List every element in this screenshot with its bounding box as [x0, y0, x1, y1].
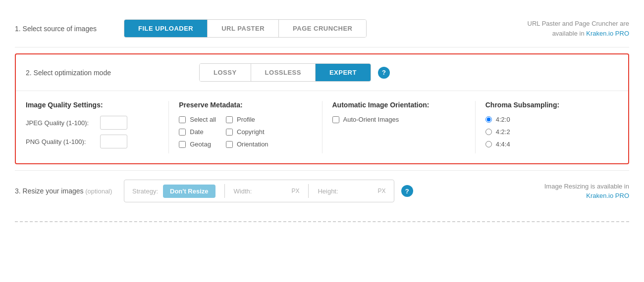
checkbox-copyright[interactable]: Copyright [226, 128, 268, 136]
section-3-row: 3. Resize your images (optional) Strateg… [15, 170, 629, 211]
kraken-pro-link-1[interactable]: Kraken.io PRO [586, 30, 629, 37]
png-quality-row: PNG Quality (1-100): [26, 135, 159, 148]
png-quality-label: PNG Quality (1-100): [26, 138, 100, 145]
section-3-label: 3. Resize your images (optional) [15, 187, 124, 195]
quality-settings-section: Image Quality Settings: JPEG Quality (1-… [16, 101, 169, 153]
radio-4-2-0[interactable]: 4:2:0 [485, 116, 618, 123]
source-tab-group: FILE UPLOADER URL PASTER PAGE CRUNCHER [124, 19, 367, 38]
checkbox-date[interactable]: Date [179, 128, 216, 136]
quality-settings-title: Image Quality Settings: [26, 101, 159, 109]
height-label: Height: [318, 188, 338, 195]
width-unit: PX [291, 188, 299, 194]
dont-resize-button[interactable]: Don't Resize [163, 185, 215, 198]
optimization-help-icon[interactable]: ? [378, 67, 390, 79]
checkbox-orientation[interactable]: Orientation [226, 141, 268, 148]
strategy-label: Strategy: [132, 188, 158, 195]
checkbox-orientation-input[interactable] [226, 141, 233, 148]
radio-4-2-0-input[interactable] [485, 116, 492, 123]
section-1-note: URL Paster and Page Cruncher are availab… [520, 19, 629, 38]
kraken-pro-link-2[interactable]: Kraken.io PRO [586, 192, 629, 199]
metadata-section: Preserve Metadata: Select all Date [169, 101, 322, 153]
jpeg-quality-label: JPEG Quality (1-100): [26, 119, 100, 127]
height-unit: PX [378, 188, 386, 194]
orientation-section: Automatic Image Orientation: Auto-Orient… [322, 101, 476, 153]
section-2-top: 2. Select optimization mode LOSSY LOSSLE… [16, 54, 628, 91]
checkbox-date-input[interactable] [179, 129, 186, 136]
metadata-checkboxes: Select all Date Geotag [179, 116, 312, 153]
checkbox-profile[interactable]: Profile [226, 116, 268, 123]
checkbox-select-all-input[interactable] [179, 116, 186, 123]
chroma-title: Chroma Subsampling: [485, 101, 618, 109]
width-input[interactable] [257, 188, 286, 195]
tab-lossy[interactable]: LOSSY [200, 64, 251, 81]
checkbox-select-all[interactable]: Select all [179, 116, 216, 123]
jpeg-quality-row: JPEG Quality (1-100): [26, 116, 159, 130]
tab-url-paster[interactable]: URL PASTER [208, 20, 279, 37]
section-2-wrapper: 2. Select optimization mode LOSSY LOSSLE… [15, 53, 629, 164]
radio-4-4-4[interactable]: 4:4:4 [485, 141, 618, 148]
radio-4-2-2-input[interactable] [485, 129, 492, 135]
checkbox-profile-input[interactable] [226, 116, 233, 123]
png-quality-input[interactable] [100, 135, 127, 148]
bottom-divider [15, 221, 629, 222]
radio-4-4-4-input[interactable] [485, 141, 492, 147]
resize-help-icon[interactable]: ? [401, 185, 413, 197]
page-wrapper: 1. Select source of images FILE UPLOADER… [0, 0, 644, 282]
metadata-col-1: Select all Date Geotag [179, 116, 216, 153]
metadata-title: Preserve Metadata: [179, 101, 312, 109]
width-label: Width: [234, 188, 252, 195]
tab-page-cruncher[interactable]: PAGE CRUNCHER [279, 20, 366, 37]
checkbox-auto-orient[interactable]: Auto-Orient Images [332, 116, 465, 123]
tab-expert[interactable]: EXPERT [316, 64, 371, 81]
section-1-row: 1. Select source of images FILE UPLOADER… [15, 10, 629, 47]
height-input[interactable] [343, 188, 373, 195]
section-1-label: 1. Select source of images [15, 25, 124, 33]
tab-file-uploader[interactable]: FILE UPLOADER [124, 20, 208, 37]
metadata-col-2: Profile Copyright Orientation [226, 116, 268, 153]
jpeg-quality-input[interactable] [100, 116, 127, 130]
radio-4-2-2[interactable]: 4:2:2 [485, 128, 618, 136]
optimization-tab-group: LOSSY LOSSLESS EXPERT [199, 63, 371, 82]
checkbox-geotag-input[interactable] [179, 141, 186, 148]
checkbox-geotag[interactable]: Geotag [179, 141, 216, 148]
resize-divider [224, 184, 225, 198]
tab-lossless[interactable]: LOSSLESS [251, 64, 316, 81]
resize-divider-2 [308, 184, 309, 198]
section-2-bottom: Image Quality Settings: JPEG Quality (1-… [16, 91, 628, 163]
section-3-note: Image Resizing is available in Kraken.io… [520, 182, 629, 201]
chroma-section: Chroma Subsampling: 4:2:0 4:2:2 4:4:4 [476, 101, 628, 153]
resize-box: Strategy: Don't Resize Width: PX Height:… [124, 180, 394, 202]
checkbox-auto-orient-input[interactable] [332, 116, 339, 123]
checkbox-copyright-input[interactable] [226, 129, 233, 136]
orientation-title: Automatic Image Orientation: [332, 101, 465, 109]
section-2-label: 2. Select optimization mode [26, 69, 135, 77]
